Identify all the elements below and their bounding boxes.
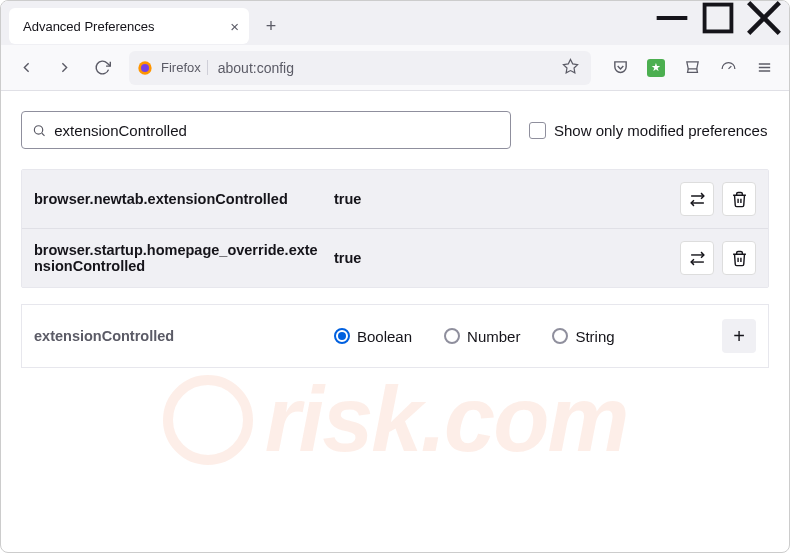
add-pref-button[interactable]: + (722, 319, 756, 353)
radio-icon (552, 328, 568, 344)
svg-line-7 (728, 66, 731, 69)
pref-row: browser.newtab.extensionControlled true (22, 170, 768, 229)
show-modified-checkbox[interactable] (529, 122, 546, 139)
pref-name: browser.startup.homepage_override.extens… (34, 242, 334, 274)
urlbar-identity-label: Firefox (157, 60, 208, 75)
search-icon (32, 123, 46, 138)
minimize-button[interactable] (649, 1, 695, 35)
inbox-icon[interactable] (675, 51, 709, 85)
new-pref-row: extensionControlled Boolean Number Strin… (21, 304, 769, 368)
firefox-icon (137, 60, 153, 76)
forward-button[interactable] (47, 51, 81, 85)
pocket-icon[interactable] (603, 51, 637, 85)
radio-label: Boolean (357, 328, 412, 345)
new-pref-name: extensionControlled (34, 328, 334, 344)
close-window-button[interactable] (741, 1, 787, 35)
search-input[interactable] (54, 122, 500, 139)
show-modified-label: Show only modified preferences (554, 122, 767, 139)
bookmark-star-icon[interactable] (558, 54, 583, 82)
svg-line-12 (42, 133, 45, 136)
radio-label: Number (467, 328, 520, 345)
performance-icon[interactable] (711, 51, 745, 85)
pref-value: true (334, 191, 680, 207)
radio-icon (444, 328, 460, 344)
delete-button[interactable] (722, 182, 756, 216)
pref-value: true (334, 250, 680, 266)
browser-tab[interactable]: Advanced Preferences × (9, 8, 249, 44)
radio-label: String (575, 328, 614, 345)
pref-row: browser.startup.homepage_override.extens… (22, 229, 768, 287)
maximize-button[interactable] (695, 1, 741, 35)
toggle-button[interactable] (680, 182, 714, 216)
delete-button[interactable] (722, 241, 756, 275)
url-bar[interactable]: Firefox about:config (129, 51, 591, 85)
url-text: about:config (218, 60, 554, 76)
extension-badge-icon[interactable]: ★ (639, 51, 673, 85)
svg-point-11 (34, 125, 42, 133)
back-button[interactable] (9, 51, 43, 85)
search-box[interactable] (21, 111, 511, 149)
pref-name: browser.newtab.extensionControlled (34, 191, 334, 207)
radio-icon (334, 328, 350, 344)
type-radio-boolean[interactable]: Boolean (334, 328, 412, 345)
toggle-button[interactable] (680, 241, 714, 275)
close-tab-icon[interactable]: × (230, 18, 239, 35)
tab-title: Advanced Preferences (23, 19, 155, 34)
reload-button[interactable] (85, 51, 119, 85)
svg-marker-6 (563, 59, 577, 72)
type-radio-string[interactable]: String (552, 328, 614, 345)
svg-rect-1 (705, 5, 732, 32)
svg-point-5 (141, 64, 149, 72)
new-tab-button[interactable]: + (255, 10, 287, 42)
type-radio-number[interactable]: Number (444, 328, 520, 345)
app-menu-icon[interactable] (747, 51, 781, 85)
